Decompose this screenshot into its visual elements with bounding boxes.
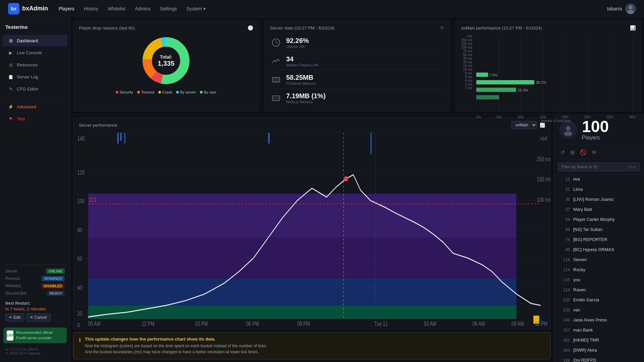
player-id: 85 [559,247,570,252]
cfg-icon: ✎ [8,86,13,92]
player-list-item[interactable]: 36 [LNV] Roman Juarez [554,194,644,204]
legend-label-crash: Crash [162,90,172,94]
median-value: 34 [286,55,319,63]
nav-whitelist[interactable]: Whitelist [108,5,125,13]
players-panel: 100 Players ↺ ⊞ 🚫 ✉ ctrl+k [553,115,644,362]
legend-dot-crash [158,91,161,94]
player-list-item[interactable]: 74 [BG] REPORTER [554,235,644,245]
svg-text:250 ms: 250 ms [537,156,550,163]
player-list-item[interactable]: 114 Rocky [554,265,644,275]
topnav-user[interactable]: tabarra [607,3,636,14]
svg-text:7.8%: 7.8% [489,73,497,77]
zap-logo: ZAP [7,330,13,341]
player-list-item[interactable]: 118 Steven [554,255,644,265]
server-name: Testerino [0,21,70,35]
legend-byuser: By user [200,90,216,94]
fxmem-label: FXServer Memory [286,81,316,85]
legend-security: Security [116,90,133,94]
main-content: Player drop reasons (last 6h) 🕐 [70,17,644,362]
sidebar-item-test[interactable]: ⚑ Test [3,113,67,124]
topnav: bx bxAdmin Players History Whitelist Adm… [0,0,644,17]
svg-rect-26 [476,72,488,77]
legend-timeout: Timeout [137,90,154,94]
player-id: 68 [559,227,570,232]
svg-text:60: 60 [77,255,83,262]
sidebar-item-cfg-editor[interactable]: ✎ CFG Editor [3,83,67,95]
svg-text:06 AM: 06 AM [473,320,485,327]
player-list-item[interactable]: 162 [HKMD] TMR [554,335,644,345]
player-list-item[interactable]: 119 Raven [554,285,644,295]
svmain-body: +Inf 250 ms 150 ms 100 ms 70 ms 50 ms 30… [461,34,636,94]
sidebar-item-dashboard[interactable]: ⊞ Dashboard [3,35,67,46]
svg-rect-59 [88,194,517,238]
player-list-item[interactable]: 85 [BC] Hyperp ORMAS [554,245,644,255]
player-list-item[interactable]: 37 Mary Bad [554,204,644,215]
grid-view-icon[interactable]: ⊞ [569,148,576,157]
player-list-item[interactable]: 12 Hot [554,174,644,184]
svg-text:100: 100 [77,198,85,204]
nodemem-label: Node.js Memory [286,100,326,104]
legend-dot-security [116,91,118,94]
nodemem-icon [270,92,282,104]
drop-reasons-icon: 🕐 [248,25,253,31]
player-list-item[interactable]: 168 Oni RDFPD [554,355,644,362]
footer-copyright: © 2019-2024 Tabarra [5,351,65,355]
sidebar-item-resources[interactable]: ◎ Resources [3,59,67,70]
player-name: Steven [573,257,639,262]
nav-history[interactable]: History [84,5,99,13]
logo[interactable]: bx bxAdmin [8,3,48,14]
legend-label-byserver: By server [180,90,196,94]
svg-text:09 PM: 09 PM [297,320,310,327]
message-icon[interactable]: ✉ [591,148,598,157]
nav-admins[interactable]: Admins [135,5,151,13]
sidebar-item-advanced[interactable]: ⚡ Advanced [3,101,67,112]
player-list-item[interactable]: 68 [NS] Tar Sultan [554,225,644,235]
zap-banner[interactable]: ZAP Recommended official FiveM server pr… [3,327,67,343]
player-list-item[interactable]: 115 you [554,275,644,285]
chart-type-icon[interactable]: 📈 [540,123,545,128]
player-list-item[interactable]: 163 [DWR] Akira [554,345,644,355]
server-perf-chart-card: Server performance svMain svSync 📈 [73,117,551,329]
next-restart-section: Next Restart: in 7 hours, 2 minutes ✏ Ed… [0,297,70,324]
legend-label-byuser: By user [204,90,216,94]
player-list-item[interactable]: 133 van [554,305,644,315]
cancel-restart-button[interactable]: ✕ Cancel [26,313,51,321]
player-name: Lima [573,187,639,192]
ban-icon[interactable]: 🚫 [579,148,588,157]
svg-point-76 [566,126,571,131]
svg-text:26.3%: 26.3% [518,88,528,92]
player-id: 133 [559,308,570,312]
fxmem-icon [270,73,282,85]
player-id: 162 [559,338,570,343]
search-input[interactable] [561,165,627,169]
svg-text:111: 111 [89,196,96,203]
legend-byserver: By server [176,90,196,94]
svg-point-0 [629,5,633,9]
server-stats-body: 92.26% Uptime 24h 34 Median Players 24h [270,34,444,107]
player-id: 119 [559,288,570,292]
nav-system[interactable]: System ▾ [186,5,206,13]
stat-nodejs-mem: 7.19MB (1%) Node.js Memory [270,89,444,107]
edit-restart-button[interactable]: ✏ Edit [5,313,24,321]
donut-legend: Security Timeout Crash By server [116,90,216,94]
svg-point-60 [344,176,348,181]
player-list-item[interactable]: 54 Player Carter Murphy [554,215,644,225]
logo-text: bxAdmin [22,5,48,12]
nav-players[interactable]: Players [59,5,74,13]
player-list-item[interactable]: 157 man Bank [554,325,644,335]
dashboard-icon: ⊞ [8,38,13,43]
player-list-item[interactable]: 149 Jane Alves Primo [554,315,644,325]
svg-text:Tue 11: Tue 11 [374,320,388,327]
sidebar-item-server-log[interactable]: 📋 Server Log [3,71,67,82]
footer-version: tx: v7.2.0 | fx: b8470 [5,347,65,351]
chart-area: Server performance svMain svSync 📈 [70,115,553,362]
player-name: Player Carter Murphy [573,217,639,222]
sidebar-item-live-console[interactable]: ▶ Live Console [3,47,67,58]
svg-text:0: 0 [77,322,80,328]
player-list-item[interactable]: 21 Lima [554,184,644,194]
player-id: 163 [559,348,570,353]
nav-settings[interactable]: Settings [160,5,177,13]
refresh-icon[interactable]: ↺ [559,148,566,157]
player-list-item[interactable]: 125 Emilio Garcia [554,295,644,305]
player-id: 37 [559,207,570,212]
